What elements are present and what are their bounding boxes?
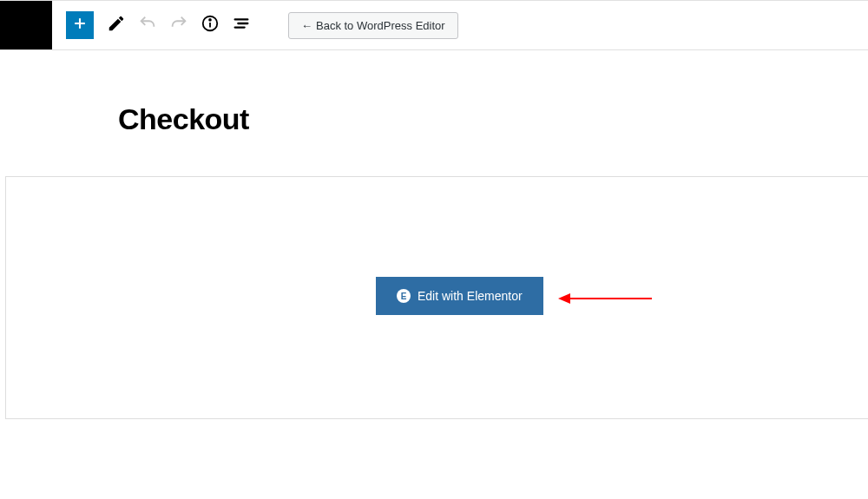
elementor-icon: E [397, 289, 411, 303]
editor-toolbar: ← Back to WordPress Editor [0, 0, 868, 50]
edit-tool-button[interactable] [106, 15, 127, 36]
back-button-label: Back to WordPress Editor [316, 19, 445, 32]
undo-button [137, 15, 158, 36]
arrow-left-icon: ← [301, 19, 312, 32]
redo-button [168, 15, 189, 36]
elementor-placeholder-block: E Edit with Elementor [5, 176, 868, 419]
svg-marker-9 [558, 293, 570, 304]
plus-icon [71, 15, 89, 36]
undo-icon [138, 14, 157, 36]
info-icon [201, 14, 220, 36]
page-title[interactable]: Checkout [118, 102, 868, 136]
info-button[interactable] [200, 15, 220, 36]
outline-icon [232, 14, 251, 36]
outline-button[interactable] [231, 15, 252, 36]
edit-with-elementor-button[interactable]: E Edit with Elementor [376, 277, 543, 315]
add-block-button[interactable] [66, 11, 94, 39]
annotation-arrow [558, 288, 654, 309]
redo-icon [169, 14, 188, 36]
editor-content: Checkout E Edit with Elementor [0, 102, 868, 419]
svg-point-4 [209, 19, 211, 21]
wp-logo-block[interactable] [0, 1, 52, 49]
pencil-icon [107, 14, 126, 36]
elementor-button-label: Edit with Elementor [418, 289, 523, 303]
back-to-wp-editor-button[interactable]: ← Back to WordPress Editor [288, 12, 458, 39]
